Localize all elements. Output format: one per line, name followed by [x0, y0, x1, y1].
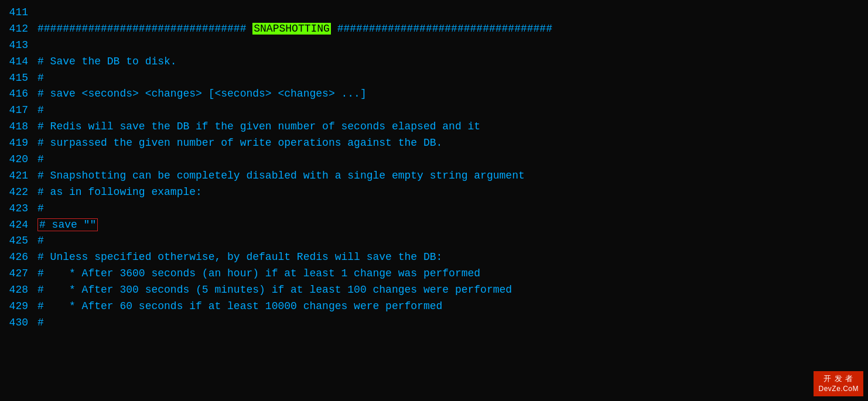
code-line-411: 411 [0, 5, 868, 21]
line-number: 414 [7, 54, 37, 70]
code-line-416: 416 # save <seconds> <changes> [<seconds… [0, 86, 868, 102]
line-content: # [37, 70, 861, 87]
line-number: 413 [7, 37, 37, 54]
line-number: 430 [7, 315, 37, 331]
line-content: ################################# SNAPSH… [37, 21, 861, 37]
code-line-424: 424 # save "" [0, 217, 868, 234]
line-content: # Redis will save the DB if the given nu… [37, 119, 861, 135]
line-number: 425 [7, 233, 37, 249]
code-line-420: 420 # [0, 152, 868, 168]
line-content: # [37, 152, 861, 168]
line-number: 427 [7, 266, 37, 282]
code-line-417: 417 # [0, 102, 868, 119]
line-number: 422 [7, 184, 37, 201]
line-number: 415 [7, 70, 37, 87]
line-number: 423 [7, 201, 37, 217]
code-line-419: 419 # surpassed the given number of writ… [0, 135, 868, 152]
line-number: 429 [7, 299, 37, 315]
line-content: # [37, 201, 861, 217]
line-content: # Save the DB to disk. [37, 54, 861, 70]
code-line-427: 427 # * After 3600 seconds (an hour) if … [0, 266, 868, 282]
watermark-chinese: 开 发 者 [818, 373, 859, 384]
code-line-421: 421 # Snapshotting can be completely dis… [0, 168, 868, 184]
line-number: 411 [7, 5, 37, 21]
watermark-url: DevZe.CoM [818, 384, 859, 394]
line-content: # [37, 102, 861, 119]
code-line-425: 425 # [0, 233, 868, 249]
line-content: # Unless specified otherwise, by default… [37, 249, 861, 266]
code-line-423: 423 # [0, 201, 868, 217]
line-number: 420 [7, 152, 37, 168]
code-editor: 411 412 ################################… [0, 0, 868, 336]
line-number: 426 [7, 249, 37, 266]
code-line-414: 414 # Save the DB to disk. [0, 54, 868, 70]
code-line-428: 428 # * After 300 seconds (5 minutes) if… [0, 282, 868, 299]
line-number: 424 [7, 217, 37, 234]
line-content: # save <seconds> <changes> [<seconds> <c… [37, 86, 861, 102]
line-number: 421 [7, 168, 37, 184]
code-line-415: 415 # [0, 70, 868, 87]
line-content: # * After 3600 seconds (an hour) if at l… [37, 266, 861, 282]
code-line-412: 412 ################################# SN… [0, 21, 868, 37]
line-content: # as in following example: [37, 184, 861, 201]
line-content: # [37, 233, 861, 249]
line-content: # save "" [37, 217, 861, 234]
code-line-429: 429 # * After 60 seconds if at least 100… [0, 299, 868, 315]
code-line-426: 426 # Unless specified otherwise, by def… [0, 249, 868, 266]
line-content: # * After 300 seconds (5 minutes) if at … [37, 282, 861, 299]
line-content: # * After 60 seconds if at least 10000 c… [37, 299, 861, 315]
code-line-422: 422 # as in following example: [0, 184, 868, 201]
watermark-badge: 开 发 者 DevZe.CoM [814, 371, 863, 396]
line-number: 419 [7, 135, 37, 152]
code-line-413: 413 [0, 37, 868, 54]
code-line-418: 418 # Redis will save the DB if the give… [0, 119, 868, 135]
save-empty-string-box: # save "" [37, 218, 98, 231]
line-content: # [37, 315, 861, 331]
line-number: 416 [7, 86, 37, 102]
code-line-430: 430 # [0, 315, 868, 331]
line-number: 412 [7, 21, 37, 37]
line-number: 428 [7, 282, 37, 299]
line-content: # Snapshotting can be completely disable… [37, 168, 861, 184]
left-hashes: ################################# [37, 23, 252, 35]
line-content: # surpassed the given number of write op… [37, 135, 861, 152]
line-number: 418 [7, 119, 37, 135]
line-number: 417 [7, 102, 37, 119]
right-hashes: ################################## [331, 23, 552, 35]
snapshotting-keyword: SNAPSHOTTING [252, 23, 331, 35]
